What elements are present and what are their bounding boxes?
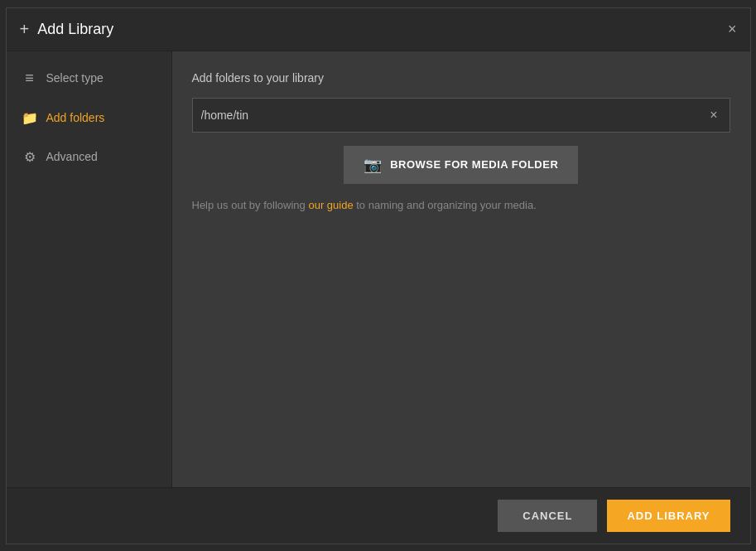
sidebar-label-select-type: Select type [46,71,104,85]
dialog-title: Add Library [37,21,113,38]
our-guide-link[interactable]: our guide [308,199,353,211]
cancel-button[interactable]: CANCEL [498,500,597,532]
dialog-header: + Add Library × [7,8,750,51]
add-library-button[interactable]: ADD LIBRARY [607,500,730,532]
sidebar-label-add-folders: Add folders [46,111,105,124]
gear-icon [22,149,38,165]
dialog-title-group: + Add Library [20,20,114,39]
sidebar-item-select-type[interactable]: Select type [7,58,171,99]
hamburger-icon [22,70,38,87]
clear-folder-button[interactable]: × [706,108,720,123]
browse-button-label: BROWSE FOR MEDIA FOLDER [390,158,558,171]
close-button[interactable]: × [728,22,737,36]
sidebar-item-advanced[interactable]: Advanced [7,138,171,176]
help-text-after: to naming and organizing your media. [354,199,537,211]
folder-input-row: × [192,98,730,133]
sidebar: Select type Add folders Advanced [7,51,172,487]
add-library-dialog: + Add Library × Select type Add folders … [6,7,751,544]
dialog-body: Select type Add folders Advanced Add fol… [7,51,750,487]
section-title: Add folders to your library [192,71,730,85]
plus-icon: + [20,20,30,39]
main-content: Add folders to your library × BROWSE FOR… [172,51,750,487]
sidebar-label-advanced: Advanced [46,150,98,163]
folder-icon [22,110,38,126]
help-text: Help us out by following our guide to na… [192,197,730,214]
sidebar-item-add-folders[interactable]: Add folders [7,99,171,138]
help-text-before: Help us out by following [192,199,309,211]
browse-media-folder-button[interactable]: BROWSE FOR MEDIA FOLDER [344,146,579,184]
folder-path-input[interactable] [201,109,707,122]
camera-icon [364,156,383,174]
dialog-footer: CANCEL ADD LIBRARY [7,487,750,544]
